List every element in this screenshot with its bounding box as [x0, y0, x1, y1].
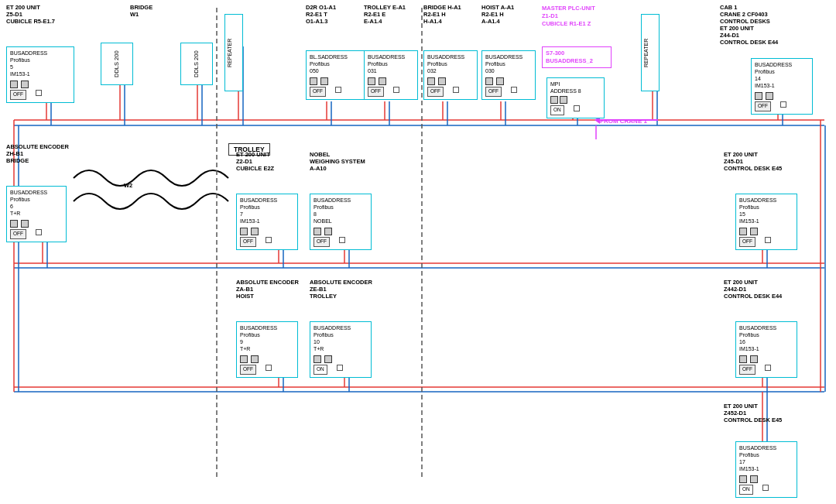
- busaddr-9-node: BUSADDRESSProfibus9T+R OFF: [236, 321, 298, 378]
- blsaddr-050-node: BL.SADDRESSProfibus050 OFF: [306, 50, 365, 100]
- busaddr-16-node: BUSADDRESSProfibus16IM153-1 OFF: [735, 321, 797, 378]
- hoist-aa1-label: HOIST A-A1R2-E1 HA-A1.4: [481, 4, 514, 25]
- busaddr-14-text: BUSADDRESSProfibus14IM153-1: [755, 61, 809, 89]
- trolley-ea1-label: TROLLEY E-A1R2-E1 EE-A1.4: [364, 4, 406, 25]
- from-crane-label: FROM CRANE 1: [600, 118, 647, 125]
- et200-z5-label: ET 200 UNITZ5-D1CUBICLE R5-E1.7: [6, 4, 55, 25]
- busaddr-031-text: BUSADDRESSProfibus031: [368, 53, 414, 74]
- bridge-ha1-label: BRIDGE H-A1R2-E1 HH-A1.4: [423, 4, 461, 25]
- busaddr-7-text: BUSADDRESSProfibus7IM153-1: [240, 197, 294, 225]
- busaddr-7-node: BUSADDRESSProfibus7IM153-1 OFF: [236, 194, 298, 250]
- btn-off-032[interactable]: OFF: [427, 87, 444, 96]
- w2-label: W2: [124, 182, 132, 189]
- btn-off-5[interactable]: OFF: [10, 90, 26, 99]
- busaddr-15-node: BUSADDRESSProfibus15IM153-1 OFF: [735, 194, 797, 250]
- mpi-address-text: MPIADDRESS 8: [550, 81, 601, 94]
- btn-off-6[interactable]: OFF: [10, 229, 26, 238]
- et200-z452-label: ET 200 UNITZ452-D1CONTROL DESK E45: [724, 403, 782, 423]
- busaddr-030-node: BUSADDRESSProfibus030 OFF: [481, 50, 536, 100]
- d2r-o1a1-label: D2R O1-A1R2-E1 TO1-A1.3: [306, 4, 336, 25]
- s7-300-text: S7-300BUSADDRESS_2: [546, 50, 593, 64]
- cab1-label: CAB 1CRANE 2 CF0403CONTROL DESKSET 200 U…: [720, 4, 778, 46]
- busaddr-14-node: BUSADDRESSProfibus14IM153-1 OFF: [751, 58, 813, 115]
- ddls200-2-node: DDLS 200: [180, 43, 213, 85]
- busaddr-6-text: BUSADDRESSProfibus6T+R: [10, 189, 63, 217]
- busaddr-8-text: BUSADDRESSProfibus8NOBEL: [314, 197, 368, 225]
- busaddr-9-text: BUSADDRESSProfibus9T+R: [240, 324, 294, 352]
- busaddr-031-node: BUSADDRESSProfibus031 OFF: [364, 50, 418, 100]
- btn-off-15[interactable]: OFF: [739, 237, 755, 246]
- repeater-2-text: REPEATER: [643, 38, 649, 67]
- busaddr-8-node: BUSADDRESSProfibus8NOBEL OFF: [310, 194, 372, 250]
- btn-off-16[interactable]: OFF: [739, 365, 755, 374]
- busaddr-032-node: BUSADDRESSProfibus032 OFF: [423, 50, 478, 100]
- diagram: ET 200 UNITZ5-D1CUBICLE R5-E1.7 BUSADDRE…: [0, 0, 836, 504]
- btn-on-10[interactable]: ON: [314, 365, 327, 374]
- busaddr-10-text: BUSADDRESSProfibus10T+R: [314, 324, 368, 352]
- busaddr-030-text: BUSADDRESSProfibus030: [485, 53, 532, 74]
- mpi-address-node: MPIADDRESS 8 ON: [546, 77, 605, 118]
- repeater-1-node: REPEATER: [224, 14, 243, 91]
- busaddr-17-text: BUSADDRESSProfibus17IM153-1: [739, 444, 793, 472]
- abs-enc-trolley-label: ABSOLUTE ENCODERZE-B1TROLLEY: [310, 279, 372, 300]
- btn-off-14[interactable]: OFF: [755, 101, 771, 111]
- et200-z442-label: ET 200 UNITZ442-D1CONTROL DESK E44: [724, 279, 782, 300]
- btn-on-17[interactable]: ON: [739, 485, 753, 494]
- busaddr-17-node: BUSADDRESSProfibus17IM153-1 ON: [735, 441, 797, 498]
- s7-300-node: S7-300BUSADDRESS_2: [542, 46, 612, 68]
- busaddr-5-text: BUSADDRESSProfibus5IM153-1: [10, 50, 70, 77]
- master-plc-label: MASTER PLC-UNITZ1-D1CUBICLE R1-E1 Z: [542, 4, 595, 27]
- ddls200-2-text: DDLS 200: [193, 50, 200, 77]
- repeater-2-node: REPEATER: [641, 14, 660, 91]
- busaddr-15-text: BUSADDRESSProfibus15IM153-1: [739, 197, 793, 225]
- busaddr-5-node: BUSADDRESSProfibus5IM153-1 OFF: [6, 46, 74, 103]
- blsaddr-050-text: BL.SADDRESSProfibus050: [310, 53, 361, 74]
- bridge-w1-label: BRIDGEW1: [130, 4, 152, 18]
- btn-off-030[interactable]: OFF: [485, 87, 502, 96]
- busaddr-10-node: BUSADDRESSProfibus10T+R ON: [310, 321, 372, 378]
- busaddr-032-text: BUSADDRESSProfibus032: [427, 53, 474, 74]
- btn-off-050[interactable]: OFF: [310, 87, 326, 96]
- btn-off-031[interactable]: OFF: [368, 87, 384, 96]
- ddls200-1-node: DDLS 200: [101, 43, 133, 85]
- repeater-1-text: REPEATER: [227, 38, 232, 67]
- nobel-label: NOBELWEIGHING SYSTEMA-A10: [310, 151, 365, 172]
- busaddr-16-text: BUSADDRESSProfibus16IM153-1: [739, 324, 793, 352]
- abs-enc-hoist-label: ABSOLUTE ENCODERZA-B1HOIST: [236, 279, 299, 300]
- btn-on-mpi[interactable]: ON: [550, 105, 564, 115]
- busaddr-6-node: BUSADDRESSProfibus6T+R OFF: [6, 186, 67, 242]
- ddls200-1-text: DDLS 200: [113, 50, 121, 77]
- abs-enc-bridge-label: ABSOLUTE ENCODERZH-B1BRIDGE: [6, 143, 69, 164]
- btn-off-8[interactable]: OFF: [314, 237, 330, 246]
- et200-z2-label: ET 200 UNITZ2-D1CUBICLE E2Z: [236, 151, 274, 172]
- btn-off-7[interactable]: OFF: [240, 237, 256, 246]
- et200-z45-label: ET 200 UNITZ45-D1CONTROL DESK E45: [724, 151, 782, 172]
- btn-off-9[interactable]: OFF: [240, 365, 256, 374]
